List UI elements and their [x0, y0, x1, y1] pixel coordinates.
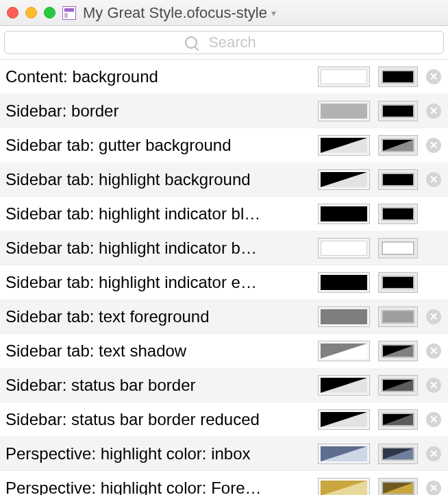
property-label: Sidebar: status bar border	[5, 376, 311, 395]
list-item[interactable]: Sidebar: status bar border✕	[0, 368, 448, 402]
property-label: Sidebar tab: text shadow	[5, 341, 311, 361]
color-wells: ✕	[318, 169, 441, 190]
svg-marker-7	[321, 412, 367, 427]
zoom-window-button[interactable]	[44, 7, 55, 19]
close-icon: ✕	[430, 173, 438, 186]
clear-button[interactable]: ✕	[426, 481, 441, 496]
dark-color-well[interactable]	[378, 204, 418, 224]
property-label: Perspective: highlight color: inbox	[5, 444, 311, 463]
close-icon: ✕	[430, 139, 438, 152]
dark-color-well[interactable]	[378, 101, 418, 121]
style-property-list: Content: background✕Sidebar: border✕Side…	[0, 60, 448, 495]
list-item[interactable]: Sidebar tab: text shadow✕	[0, 334, 448, 368]
property-label: Sidebar: border	[5, 101, 311, 121]
color-wells: ✕	[318, 272, 441, 293]
clear-button[interactable]: ✕	[426, 309, 441, 324]
close-icon: ✕	[430, 379, 438, 391]
property-label: Sidebar tab: highlight background	[5, 170, 311, 189]
clear-button[interactable]: ✕	[426, 104, 441, 119]
svg-marker-5	[321, 378, 367, 393]
dark-color-well[interactable]	[378, 444, 418, 464]
clear-button[interactable]: ✕	[426, 172, 441, 187]
dark-color-well[interactable]	[378, 341, 418, 361]
light-color-well[interactable]	[318, 409, 370, 430]
color-wells: ✕	[318, 101, 441, 121]
light-color-well[interactable]	[318, 169, 370, 190]
property-label: Sidebar tab: highlight indicator b…	[5, 239, 311, 258]
svg-marker-2	[321, 172, 367, 187]
close-icon: ✕	[430, 345, 438, 357]
light-color-well[interactable]	[318, 341, 370, 361]
property-label: Sidebar tab: highlight indicator e…	[5, 273, 311, 292]
property-label: Content: background	[5, 67, 311, 86]
list-item[interactable]: Sidebar tab: highlight indicator e…✕	[0, 265, 448, 300]
color-wells: ✕	[318, 204, 441, 224]
clear-button[interactable]: ✕	[426, 378, 441, 393]
list-item[interactable]: Sidebar tab: gutter background✕	[0, 128, 448, 162]
chevron-down-icon: ▾	[271, 8, 276, 19]
search-input[interactable]	[201, 33, 263, 52]
color-wells: ✕	[318, 306, 441, 327]
window-title-text: My Great Style.ofocus-style	[83, 4, 267, 22]
search-field[interactable]	[4, 31, 444, 54]
svg-marker-6	[383, 380, 413, 391]
svg-marker-1	[383, 140, 413, 151]
light-color-well[interactable]	[318, 135, 370, 156]
svg-marker-8	[383, 414, 413, 425]
dark-color-well[interactable]	[378, 409, 418, 430]
svg-marker-0	[321, 138, 367, 153]
list-item[interactable]: Perspective: highlight color: Fore…✕	[0, 471, 448, 495]
light-color-well[interactable]	[318, 375, 370, 396]
clear-button[interactable]: ✕	[426, 412, 441, 427]
color-wells: ✕	[318, 478, 441, 496]
clear-button[interactable]: ✕	[426, 138, 441, 153]
svg-marker-11	[321, 481, 367, 496]
dark-color-well[interactable]	[378, 375, 418, 396]
list-item[interactable]: Content: background✕	[0, 60, 448, 94]
light-color-well[interactable]	[318, 204, 370, 224]
clear-button[interactable]: ✕	[426, 343, 441, 359]
list-item[interactable]: Sidebar: status bar border reduced✕	[0, 402, 448, 437]
close-icon: ✕	[430, 482, 438, 494]
list-item[interactable]: Sidebar tab: text foreground✕	[0, 300, 448, 334]
color-wells: ✕	[318, 135, 441, 156]
property-label: Perspective: highlight color: Fore…	[5, 479, 311, 496]
light-color-well[interactable]	[318, 306, 370, 327]
light-color-well[interactable]	[318, 478, 370, 496]
dark-color-well[interactable]	[378, 67, 418, 87]
light-color-well[interactable]	[318, 101, 370, 121]
svg-marker-10	[383, 448, 413, 459]
light-color-well[interactable]	[318, 238, 370, 258]
color-wells: ✕	[318, 67, 441, 87]
list-item[interactable]: Sidebar tab: highlight indicator b…✕	[0, 231, 448, 265]
close-icon: ✕	[430, 311, 438, 323]
dark-color-well[interactable]	[378, 238, 418, 258]
property-label: Sidebar: status bar border reduced	[5, 410, 311, 429]
svg-marker-3	[321, 343, 367, 359]
window-controls	[7, 7, 55, 19]
search-bar	[0, 26, 448, 60]
clear-button[interactable]: ✕	[426, 69, 441, 84]
light-color-well[interactable]	[318, 67, 370, 87]
color-wells: ✕	[318, 409, 441, 430]
dark-color-well[interactable]	[378, 478, 418, 496]
light-color-well[interactable]	[318, 272, 370, 293]
search-icon	[185, 36, 197, 49]
dark-color-well[interactable]	[378, 135, 418, 156]
close-window-button[interactable]	[7, 7, 18, 19]
list-item[interactable]: Sidebar tab: highlight indicator bl…✕	[0, 197, 448, 231]
dark-color-well[interactable]	[378, 306, 418, 327]
minimize-window-button[interactable]	[25, 7, 37, 19]
list-item[interactable]: Sidebar: border✕	[0, 94, 448, 128]
color-wells: ✕	[318, 238, 441, 258]
dark-color-well[interactable]	[378, 272, 418, 293]
dark-color-well[interactable]	[378, 169, 418, 190]
light-color-well[interactable]	[318, 444, 370, 464]
color-wells: ✕	[318, 444, 441, 464]
list-item[interactable]: Sidebar tab: highlight background✕	[0, 162, 448, 197]
list-item[interactable]: Perspective: highlight color: inbox✕	[0, 437, 448, 471]
svg-marker-4	[383, 346, 413, 357]
clear-button[interactable]: ✕	[426, 446, 441, 461]
close-icon: ✕	[430, 413, 438, 426]
window-title[interactable]: My Great Style.ofocus-style ▾	[83, 4, 276, 22]
